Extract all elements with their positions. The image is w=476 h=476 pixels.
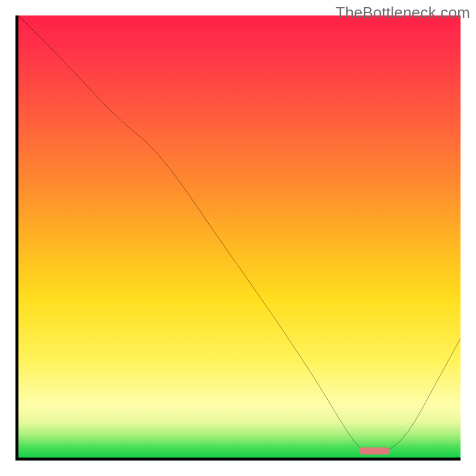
watermark-text: TheBottleneck.com (336, 4, 470, 22)
optimal-range-marker (18, 15, 461, 458)
svg-rect-0 (359, 447, 390, 455)
bottleneck-chart: TheBottleneck.com (0, 0, 476, 476)
plot-area (15, 15, 461, 461)
